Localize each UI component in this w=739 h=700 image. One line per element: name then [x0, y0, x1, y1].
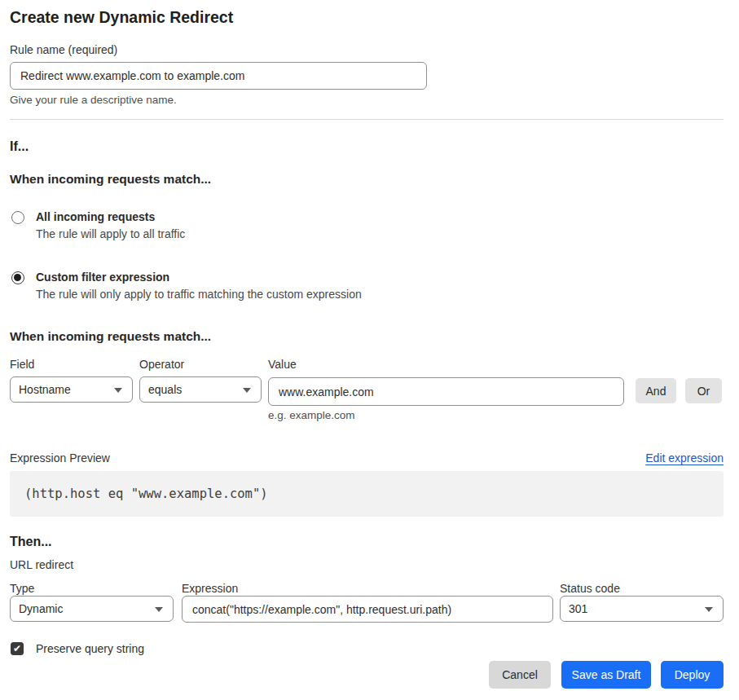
radio-label: All incoming requests — [36, 210, 185, 224]
create-redirect-form: Create new Dynamic Redirect Rule name (r… — [0, 0, 739, 689]
rule-name-help: Give your rule a descriptive name. — [10, 94, 724, 107]
rule-name-label: Rule name (required) — [10, 43, 724, 57]
deploy-button[interactable]: Deploy — [661, 661, 724, 689]
radio-option-custom-filter[interactable]: Custom filter expression The rule will o… — [10, 271, 724, 302]
operator-select-value: equals — [148, 383, 182, 396]
type-select-value: Dynamic — [19, 602, 63, 615]
match-heading: When incoming requests match... — [10, 172, 724, 187]
radio-button-checked[interactable] — [11, 271, 24, 284]
radio-option-all-requests[interactable]: All incoming requests The rule will appl… — [10, 210, 724, 241]
cancel-button[interactable]: Cancel — [489, 661, 551, 689]
expression-preview-code: (http.host eq "www.example.com") — [24, 486, 268, 501]
field-select[interactable]: Hostname — [10, 376, 133, 403]
radio-description: The rule will apply to all traffic — [36, 227, 185, 241]
expression-label: Expression — [182, 582, 560, 596]
then-section-heading: Then... — [10, 534, 724, 550]
page-title: Create new Dynamic Redirect — [10, 8, 724, 27]
value-label: Value — [268, 358, 297, 372]
value-help: e.g. example.com — [268, 409, 724, 422]
edit-expression-link[interactable]: Edit expression — [645, 451, 724, 464]
status-code-label: Status code — [560, 582, 620, 596]
url-redirect-label: URL redirect — [10, 558, 724, 572]
value-input[interactable] — [268, 377, 624, 406]
chevron-down-icon — [114, 388, 122, 393]
expression-preview-box: (http.host eq "www.example.com") — [10, 471, 724, 517]
and-button[interactable]: And — [636, 378, 676, 403]
rule-name-input[interactable] — [10, 62, 427, 90]
if-section-heading: If... — [10, 139, 724, 155]
radio-button-unchecked[interactable] — [11, 211, 24, 224]
section-divider — [10, 119, 724, 120]
chevron-down-icon — [155, 607, 163, 612]
type-select[interactable]: Dynamic — [10, 596, 174, 622]
radio-label: Custom filter expression — [36, 271, 362, 284]
field-select-value: Hostname — [19, 383, 71, 396]
field-label: Field — [10, 358, 139, 372]
checkbox-checked[interactable]: ✔ — [11, 642, 24, 655]
status-code-value: 301 — [569, 602, 587, 615]
expression-preview-label: Expression Preview — [10, 451, 110, 465]
save-as-draft-button[interactable]: Save as Draft — [561, 661, 651, 689]
operator-label: Operator — [139, 358, 268, 372]
status-code-select[interactable]: 301 — [560, 596, 724, 622]
operator-select[interactable]: equals — [139, 376, 262, 403]
or-button[interactable]: Or — [685, 378, 722, 403]
chevron-down-icon — [705, 607, 713, 612]
radio-description: The rule will only apply to traffic matc… — [36, 288, 362, 302]
checkbox-label: Preserve query string — [36, 642, 144, 655]
redirect-expression-input[interactable] — [182, 596, 553, 623]
type-label: Type — [10, 582, 182, 596]
preserve-query-string-option[interactable]: ✔ Preserve query string — [10, 642, 724, 655]
chevron-down-icon — [243, 388, 251, 393]
builder-heading: When incoming requests match... — [10, 329, 724, 344]
